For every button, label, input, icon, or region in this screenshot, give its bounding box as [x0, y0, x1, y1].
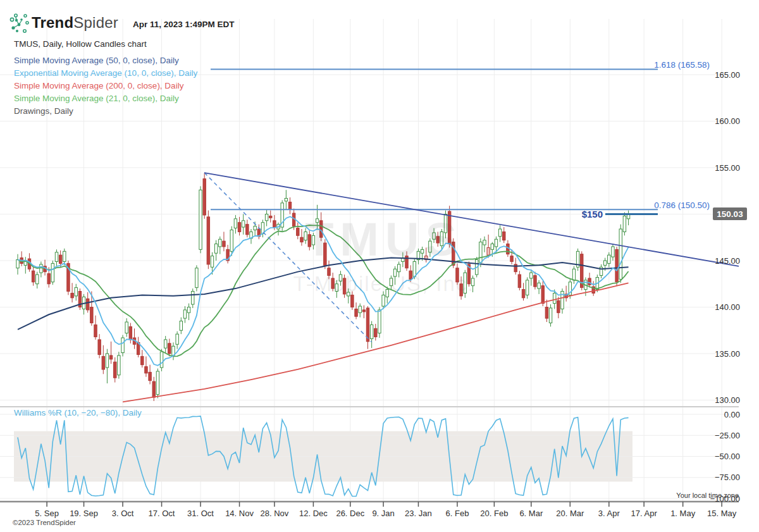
svg-text:23. Jan: 23. Jan — [405, 509, 432, 518]
fib-label-1618[interactable]: 1.618 (165.58) — [654, 60, 710, 70]
chart-canvas[interactable]: 165.00160.00155.00150.00145.00140.00135.… — [0, 0, 759, 532]
svg-text:19. Sep: 19. Sep — [70, 509, 98, 518]
svg-text:160.00: 160.00 — [715, 116, 740, 126]
brand-wordmark: TrendSpider — [32, 14, 118, 32]
svg-text:−75.00: −75.00 — [715, 473, 740, 482]
svg-text:150.03: 150.03 — [717, 209, 743, 219]
svg-text:9. Jan: 9. Jan — [372, 509, 394, 518]
trendspider-app: 165.00160.00155.00150.00145.00140.00135.… — [0, 0, 759, 532]
svg-text:6. Feb: 6. Feb — [446, 509, 469, 518]
svg-text:165.00: 165.00 — [715, 70, 740, 80]
timezone-note: Your local time zone — [676, 492, 739, 499]
svg-text:5. Sep: 5. Sep — [35, 509, 59, 518]
brand-trend: Trend — [32, 14, 73, 31]
svg-text:155.00: 155.00 — [715, 163, 740, 173]
svg-text:135.00: 135.00 — [715, 349, 740, 359]
svg-text:3. Oct: 3. Oct — [112, 509, 134, 518]
svg-text:28. Nov: 28. Nov — [260, 509, 288, 518]
svg-text:6. Mar: 6. Mar — [519, 509, 543, 518]
svg-text:3. Apr: 3. Apr — [598, 509, 620, 518]
legend-sma50[interactable]: Simple Moving Average (50, 0, close), Da… — [14, 56, 179, 65]
svg-text:145.00: 145.00 — [715, 256, 740, 266]
svg-text:1. May: 1. May — [670, 509, 696, 518]
williams-r-legend[interactable]: Williams %R (10, −20, −80), Daily — [14, 408, 142, 418]
price-level-150-label[interactable]: $150 — [582, 209, 603, 220]
brand-spider: Spider — [73, 14, 118, 31]
svg-text:20. Feb: 20. Feb — [480, 509, 508, 518]
svg-text:26. Dec: 26. Dec — [336, 509, 364, 518]
legend-sma21[interactable]: Simple Moving Average (21, 0, close), Da… — [14, 94, 179, 103]
svg-text:−25.00: −25.00 — [715, 431, 740, 440]
chart-title: TMUS, Daily, Hollow Candles chart — [14, 39, 147, 49]
svg-text:−50.00: −50.00 — [715, 452, 740, 461]
chart-timestamp: Apr 11, 2023 1:49PM EDT — [133, 20, 235, 29]
svg-text:31. Oct: 31. Oct — [187, 509, 214, 518]
svg-text:140.00: 140.00 — [715, 302, 740, 312]
svg-text:130.00: 130.00 — [715, 395, 740, 405]
svg-text:15. May: 15. May — [707, 509, 737, 518]
svg-text:0.00: 0.00 — [724, 410, 740, 419]
svg-text:17. Oct: 17. Oct — [149, 509, 175, 518]
svg-text:20. Mar: 20. Mar — [556, 509, 584, 518]
legend-ema10[interactable]: Exponential Moving Average (10, 0, close… — [14, 68, 197, 78]
svg-text:17. Apr: 17. Apr — [631, 509, 658, 518]
fib-label-0786[interactable]: 0.786 (150.50) — [654, 201, 710, 210]
svg-text:14. Nov: 14. Nov — [225, 509, 254, 518]
copyright-note: ©2023 TrendSpider — [13, 519, 76, 526]
trendspider-logo-icon — [8, 13, 30, 34]
legend-sma200[interactable]: Simple Moving Average (200, 0, close), D… — [14, 81, 183, 90]
legend-drawings[interactable]: Drawings, Daily — [14, 106, 73, 116]
svg-text:12. Dec: 12. Dec — [299, 509, 328, 518]
